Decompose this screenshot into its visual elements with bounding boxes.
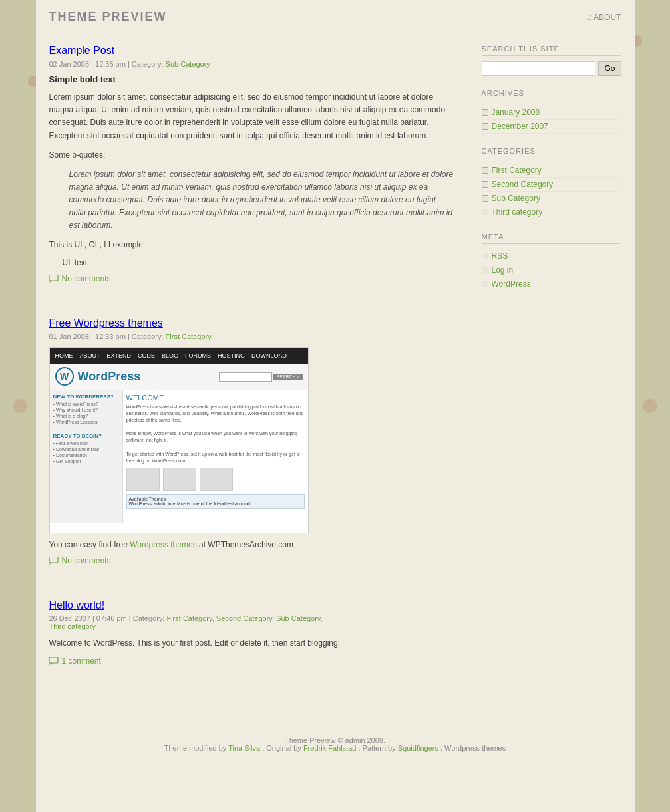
post-title-link-example[interactable]: Example Post (49, 45, 115, 56)
wp-sidebar-link-6: • Download and Install (53, 447, 119, 452)
wp-content-text: WordPress is a state-of-the-art semantic… (126, 404, 305, 423)
wp-nav-about: ABOUT (80, 352, 100, 359)
meta-link-rss[interactable]: RSS (492, 251, 508, 261)
post-bold-example: Simple bold text (49, 74, 454, 84)
comment-link-example[interactable]: No comments (49, 274, 454, 283)
post-text-before-link: You can easy find free (49, 540, 128, 549)
post-title-wp: Free Wordpress themes (49, 317, 454, 329)
sidebar-archives-section: ARCHIVES January 2008 December 2007 (482, 89, 621, 134)
wp-nav-home: HOME (55, 352, 73, 359)
post-cat-link-3[interactable]: Sub Category (276, 614, 320, 622)
post-paragraph-hello: Welcome to WordPress. This is your first… (49, 637, 454, 650)
wp-content-text-3: To get started with WordPress, set it up… (126, 451, 305, 464)
wp-thumbnail-2 (163, 468, 196, 491)
category-item-2: Sub Category (482, 192, 621, 205)
wp-content-text-2: More simply, WordPress is what you use w… (126, 430, 305, 444)
sidebar-categories-section: CATEGORIES First Category Second Categor… (482, 147, 621, 219)
wp-search-button[interactable]: SEARCH » (273, 374, 302, 380)
meta-item-0: RSS (482, 249, 621, 263)
meta-link-wordpress[interactable]: WordPress (492, 279, 531, 289)
sidebar-search-form: Go (482, 61, 621, 76)
wp-thumbnail-1 (126, 468, 160, 491)
sidebar-categories-title: CATEGORIES (482, 147, 621, 158)
category-link-1[interactable]: Second Category (492, 180, 554, 189)
post-title-link-wp[interactable]: Free Wordpress themes (49, 317, 163, 329)
post-cat-link-2[interactable]: Second Category (216, 614, 272, 622)
wp-nav-hosting: HOSTING (218, 352, 245, 359)
category-item-1: Second Category (482, 178, 621, 192)
archive-link-1[interactable]: December 2007 (492, 122, 548, 131)
meta-item-1: Log in (482, 263, 621, 277)
wp-nav-code: CODE (138, 352, 155, 359)
meta-link-login[interactable]: Log in (492, 265, 514, 275)
post-title-hello: Hello world! (49, 599, 454, 611)
wp-sidebar-link-3: • What is a blog? (53, 414, 119, 418)
search-button[interactable]: Go (598, 61, 621, 76)
wp-sidebar-link-4: • WordPress Lessons (53, 420, 119, 424)
content-wrapper: Example Post 02 Jan 2008 | 12:35 pm | Ca… (36, 31, 635, 712)
header: THEME PREVIEW .: ABOUT (36, 0, 635, 31)
wp-sidebar-link-1: • What is WordPress? (53, 402, 119, 406)
main-content: Example Post 02 Jan 2008 | 12:35 pm | Ca… (49, 45, 468, 699)
post-title-link-hello[interactable]: Hello world! (49, 599, 105, 610)
sidebar: SEARCH THIS SITE Go ARCHIVES January 200… (468, 45, 621, 699)
wp-nav-forums: FORUMS (185, 352, 211, 359)
post-date-hello: 26 Dec 2007 | 07:46 pm | Category: (49, 614, 165, 622)
comment-link-wp[interactable]: No comments (49, 556, 454, 565)
comment-count-hello: 1 comment (62, 656, 101, 666)
post-cat-link-1[interactable]: First Category (166, 614, 212, 622)
page-wrapper: THEME PREVIEW .: ABOUT Example Post 02 J… (36, 0, 635, 812)
category-item-3: Third category (482, 205, 621, 219)
search-input[interactable] (482, 61, 596, 76)
wp-thumbnails (126, 468, 305, 491)
wp-logo-circle: W (55, 367, 74, 386)
sidebar-archives-title: ARCHIVES (482, 89, 621, 100)
sidebar-meta-list: RSS Log in WordPress (482, 249, 621, 291)
about-link[interactable]: .: ABOUT (587, 13, 621, 22)
ul-list: UL text (63, 258, 454, 267)
category-item-0: First Category (482, 164, 621, 178)
category-link-3[interactable]: Third category (492, 207, 543, 217)
post-category-link-example[interactable]: Sub Category (166, 60, 210, 68)
wp-search-input[interactable] (219, 372, 272, 382)
post-meta-example: 02 Jan 2008 | 12:35 pm | Category: Sub C… (49, 60, 454, 68)
comment-link-hello[interactable]: 1 comment (49, 656, 454, 666)
meta-icon-0 (482, 253, 488, 259)
footer-pattern-link[interactable]: Squidfingers (398, 744, 438, 752)
wp-screenshot-inner: HOME ABOUT EXTEND CODE BLOG FORUMS HOSTI… (50, 348, 308, 533)
wp-logo-text: WordPress (78, 370, 141, 384)
footer-copyright-text: Theme Preview © admin 2008. (285, 736, 385, 744)
wp-content-right: WELCOME WordPress is a state-of-the-art … (123, 390, 308, 523)
comment-count-example: No comments (62, 274, 111, 283)
meta-item-2: WordPress (482, 277, 621, 291)
footer-wp-themes: . Wordpress themes (440, 744, 506, 752)
wp-nav-download: DOWNLOAD (251, 352, 287, 359)
footer-original-link[interactable]: Fredrik Fahlstad (303, 744, 356, 752)
post-paragraph-example: Lorem ipsum dolor sit amet, consectetur … (49, 91, 454, 142)
post-category-link-wp[interactable]: First Category (166, 333, 212, 340)
wp-welcome-text: WELCOME (126, 394, 305, 402)
wp-search-area: SEARCH » (219, 372, 302, 382)
footer-pattern: . Pattern by (358, 744, 395, 752)
post-hello-world: Hello world! 26 Dec 2007 | 07:46 pm | Ca… (49, 599, 454, 679)
svg-rect-2 (49, 557, 58, 563)
wp-sidebar-link-5: • Find a web host (53, 441, 119, 446)
footer-modified-by-link[interactable]: Tina Silva (228, 744, 260, 752)
post-date-wp: 01 Jan 2008 | 12:33 pm | Category: (49, 333, 164, 340)
category-icon-2 (482, 195, 488, 202)
post-wp-themes-link[interactable]: Wordpress themes (130, 540, 196, 549)
post-example-post: Example Post 02 Jan 2008 | 12:35 pm | Ca… (49, 45, 454, 297)
site-title: THEME PREVIEW (49, 10, 167, 24)
category-icon-3 (482, 209, 488, 215)
category-icon-0 (482, 167, 488, 174)
category-link-0[interactable]: First Category (492, 166, 542, 175)
comment-icon (49, 275, 59, 283)
comment-icon-hello (49, 657, 59, 665)
post-cat-link-4[interactable]: Third category (49, 622, 96, 630)
comment-count-wp: No comments (62, 556, 111, 565)
sidebar-meta-title: META (482, 233, 621, 244)
category-link-2[interactable]: Sub Category (492, 194, 540, 203)
meta-icon-2 (482, 281, 488, 287)
archive-link-0[interactable]: January 2008 (492, 108, 540, 117)
post-title-example: Example Post (49, 45, 454, 57)
